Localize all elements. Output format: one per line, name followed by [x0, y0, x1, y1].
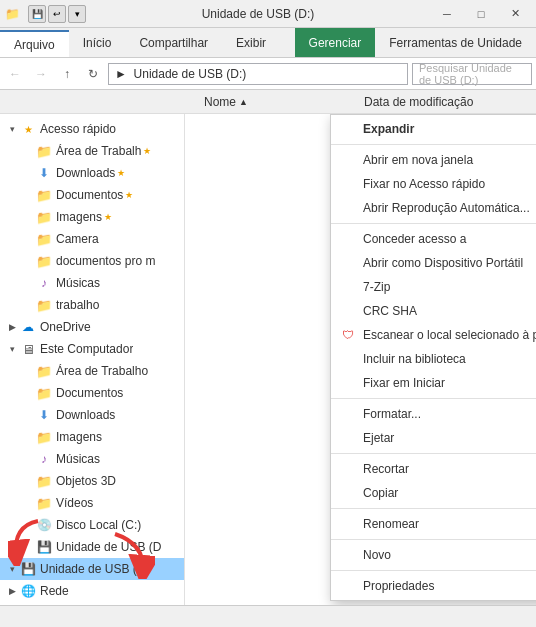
download-icon: ⬇ — [36, 407, 52, 423]
sidebar-label-downloads-qa: Downloads — [56, 166, 115, 180]
sidebar-item-documentos-pc[interactable]: 📁 Documentos — [0, 382, 184, 404]
undo-button[interactable]: ↩ — [48, 5, 66, 23]
cm-item-crc-sha[interactable]: CRC SHA ► — [331, 299, 536, 323]
tab-ferramentas[interactable]: Ferramentas de Unidade — [375, 36, 536, 50]
cm-item-escanear[interactable]: 🛡 Escanear o local selecionado à procura… — [331, 323, 536, 347]
sidebar-item-downloads-pc[interactable]: ⬇ Downloads — [0, 404, 184, 426]
folder-icon: 📁 — [36, 385, 52, 401]
sidebar-item-downloads-qa[interactable]: ⬇ Downloads ★ — [0, 162, 184, 184]
refresh-button[interactable]: ↻ — [82, 63, 104, 85]
cm-separator-6 — [331, 539, 536, 540]
sidebar-item-documentos-pro-qa[interactable]: 📁 documentos pro m — [0, 250, 184, 272]
sidebar-item-documentos-qa[interactable]: 📁 Documentos ★ — [0, 184, 184, 206]
sidebar-label: OneDrive — [40, 320, 91, 334]
expand-icon — [20, 429, 36, 445]
cm-item-fixar-acesso[interactable]: Fixar no Acesso rápido — [331, 172, 536, 196]
qa-dropdown-button[interactable]: ▾ — [68, 5, 86, 23]
folder-icon: 📁 — [36, 253, 52, 269]
address-box[interactable]: ► Unidade de USB (D:) — [108, 63, 408, 85]
expand-icon: ▾ — [4, 561, 20, 577]
folder-icon: 📁 — [36, 495, 52, 511]
sidebar-item-camera-qa[interactable]: 📁 Camera — [0, 228, 184, 250]
window-controls: ─ □ ✕ — [430, 0, 532, 28]
cm-separator-3 — [331, 398, 536, 399]
cm-item-copiar[interactable]: Copiar — [331, 481, 536, 505]
expand-icon — [20, 209, 36, 225]
sidebar-item-onedrive[interactable]: ▶ ☁ OneDrive — [0, 316, 184, 338]
sidebar-item-trabalho-qa[interactable]: 📁 trabalho — [0, 294, 184, 316]
sidebar-label: documentos pro m — [56, 254, 155, 268]
scan-icon: 🛡 — [339, 328, 357, 342]
column-headers: Nome ▲ Data de modificação — [0, 90, 536, 114]
expand-icon — [20, 385, 36, 401]
search-box[interactable]: Pesquisar Unidade de USB (D:) — [412, 63, 532, 85]
sidebar-item-musicas-qa[interactable]: ♪ Músicas — [0, 272, 184, 294]
tools-section: Gerenciar Ferramentas de Unidade — [295, 28, 536, 57]
maximize-button[interactable]: □ — [464, 0, 498, 28]
cm-item-incluir-biblioteca[interactable]: Incluir na biblioteca ► — [331, 347, 536, 371]
sidebar-label: Camera — [56, 232, 99, 246]
sidebar-label: Documentos — [56, 188, 123, 202]
pin-icon: ★ — [117, 168, 125, 178]
expand-icon — [20, 473, 36, 489]
minimize-button[interactable]: ─ — [430, 0, 464, 28]
cm-item-fixar-iniciar[interactable]: Fixar em Iniciar — [331, 371, 536, 395]
music-icon: ♪ — [36, 451, 52, 467]
pin-icon: ★ — [125, 190, 133, 200]
expand-icon: ▾ — [4, 341, 20, 357]
sidebar-label: Objetos 3D — [56, 474, 116, 488]
sidebar-item-rede[interactable]: ▶ 🌐 Rede — [0, 580, 184, 602]
sidebar-label: Área de Trabalh — [56, 144, 141, 158]
sidebar-item-imagens-qa[interactable]: 📁 Imagens ★ — [0, 206, 184, 228]
tab-exibir[interactable]: Exibir — [222, 28, 280, 57]
cm-item-propriedades[interactable]: Propriedades — [331, 574, 536, 598]
cm-item-expandir[interactable]: Expandir — [331, 117, 536, 141]
close-button[interactable]: ✕ — [498, 0, 532, 28]
sidebar-item-videos[interactable]: 📁 Vídeos — [0, 492, 184, 514]
tab-compartilhar[interactable]: Compartilhar — [125, 28, 222, 57]
cm-item-formatar[interactable]: Formatar... — [331, 402, 536, 426]
forward-button[interactable]: → — [30, 63, 52, 85]
cm-item-ejetar[interactable]: Ejetar — [331, 426, 536, 450]
cm-separator-1 — [331, 144, 536, 145]
up-button[interactable]: ↑ — [56, 63, 78, 85]
cm-item-abrir-reproducao[interactable]: Abrir Reprodução Automática... — [331, 196, 536, 220]
cm-item-conceder-acesso[interactable]: Conceder acesso a ► — [331, 227, 536, 251]
cm-item-7zip[interactable]: 7-Zip ► — [331, 275, 536, 299]
back-button[interactable]: ← — [4, 63, 26, 85]
cm-item-abrir-dispositivo[interactable]: Abrir como Dispositivo Portátil — [331, 251, 536, 275]
cm-item-novo[interactable]: Novo ► — [331, 543, 536, 567]
context-menu: Expandir Abrir em nova janela Fixar no A… — [330, 114, 536, 601]
cm-item-abrir-nova-janela[interactable]: Abrir em nova janela — [331, 148, 536, 172]
sidebar-item-este-computador[interactable]: ▾ 🖥 Este Computador — [0, 338, 184, 360]
sidebar-item-usb-d[interactable]: 💾 Unidade de USB (D — [0, 536, 184, 558]
expand-icon: ▶ — [4, 583, 20, 599]
tab-gerenciar[interactable]: Gerenciar — [295, 28, 376, 57]
expand-icon-quick-access: ▾ — [4, 121, 20, 137]
expand-icon — [20, 363, 36, 379]
sidebar-label: Vídeos — [56, 496, 93, 510]
column-name-header[interactable]: Nome ▲ — [200, 95, 360, 109]
column-date-header[interactable]: Data de modificação — [360, 95, 536, 109]
sidebar-item-disco-local[interactable]: 💿 Disco Local (C:) — [0, 514, 184, 536]
onedrive-icon: ☁ — [20, 319, 36, 335]
cm-item-renomear[interactable]: Renomear — [331, 512, 536, 536]
cm-separator-5 — [331, 508, 536, 509]
sidebar-label: Unidade de USB (D — [56, 540, 161, 554]
sidebar-item-usb-d2[interactable]: ▾ 💾 Unidade de USB (D: — [0, 558, 184, 580]
sidebar-item-imagens-pc[interactable]: 📁 Imagens — [0, 426, 184, 448]
sidebar-item-quick-access[interactable]: ▾ ★ Acesso rápido — [0, 118, 184, 140]
sidebar-item-objetos-3d[interactable]: 📁 Objetos 3D — [0, 470, 184, 492]
expand-icon — [20, 517, 36, 533]
sidebar-item-area-trabalho-qa[interactable]: 📁 Área de Trabalh ★ — [0, 140, 184, 162]
sidebar-item-musicas-pc[interactable]: ♪ Músicas — [0, 448, 184, 470]
quick-access-icons: 💾 ↩ ▾ — [28, 5, 86, 23]
sidebar-item-area-trabalho-pc[interactable]: 📁 Área de Trabalho — [0, 360, 184, 382]
tab-arquivo[interactable]: Arquivo — [0, 30, 69, 57]
tab-inicio[interactable]: Início — [69, 28, 126, 57]
expand-icon — [20, 407, 36, 423]
expand-icon — [20, 143, 36, 159]
save-button[interactable]: 💾 — [28, 5, 46, 23]
folder-icon: 📁 — [36, 231, 52, 247]
cm-item-recortar[interactable]: Recortar — [331, 457, 536, 481]
